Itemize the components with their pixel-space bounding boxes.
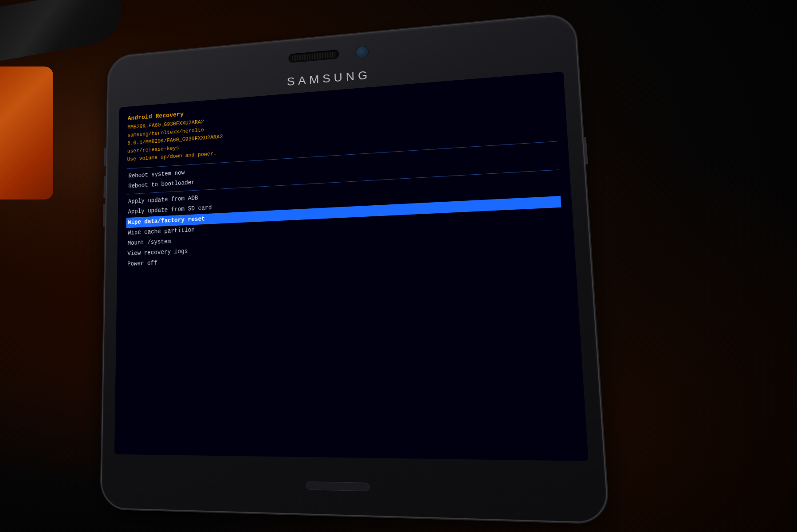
bixby-button[interactable] — [103, 204, 106, 227]
orange-object — [0, 66, 53, 200]
recovery-screen: Android Recovery MMB29K.FA60_G930FXXU2AR… — [114, 72, 589, 462]
volume-down-button[interactable] — [103, 176, 106, 198]
home-bar — [306, 481, 370, 491]
volume-up-button[interactable] — [104, 148, 107, 166]
front-camera — [356, 46, 368, 59]
speaker-grille — [288, 50, 339, 63]
phone-body: SAMSUNG Android Recovery MMB29K.FA60_G93… — [102, 14, 608, 522]
phone-wrapper: SAMSUNG Android Recovery MMB29K.FA60_G93… — [102, 14, 608, 522]
samsung-logo: SAMSUNG — [287, 68, 371, 89]
